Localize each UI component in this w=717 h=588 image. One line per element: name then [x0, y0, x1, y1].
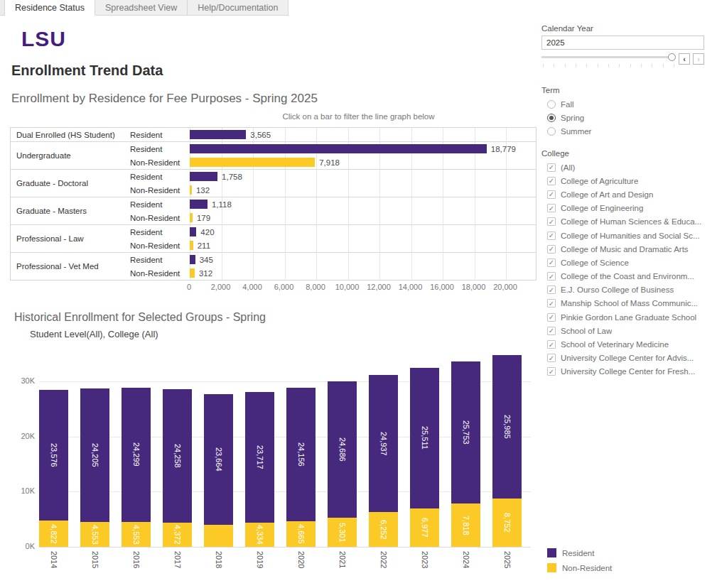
- term-option-spring[interactable]: Spring: [541, 111, 704, 124]
- college-option-college-of-engineering[interactable]: ✓College of Engineering: [541, 202, 704, 215]
- page-title: Enrollment Trend Data: [11, 62, 163, 79]
- college-option-label: University College Center for Advis...: [561, 354, 694, 362]
- slider-handle[interactable]: [668, 53, 676, 61]
- radio-button[interactable]: [547, 100, 556, 109]
- resident-segment-2014[interactable]: 23,576: [39, 390, 68, 520]
- previous-year-button[interactable]: ‹: [679, 53, 690, 65]
- checkbox[interactable]: ✓: [547, 258, 556, 267]
- non-resident-segment-2015[interactable]: 4,553: [80, 522, 109, 547]
- non-resident-segment-2021[interactable]: 5,301: [328, 518, 357, 547]
- non-resident-segment-2025[interactable]: 8,752: [492, 499, 522, 547]
- checkbox[interactable]: ✓: [547, 190, 556, 199]
- segment-value-label: 6,977: [421, 518, 429, 538]
- non-resident-segment-2020[interactable]: 4,665: [286, 521, 316, 547]
- college-option-college-of-art-and-design[interactable]: ✓College of Art and Design: [541, 187, 704, 201]
- college-option-manship-school-of-mass-communic[interactable]: ✓Manship School of Mass Communic...: [541, 297, 704, 310]
- next-year-button[interactable]: ›: [693, 53, 704, 65]
- non-resident-segment-2016[interactable]: 4,553: [122, 522, 151, 547]
- college-option-university-college-center-for-fresh[interactable]: ✓University College Center for Fresh...: [541, 365, 704, 379]
- resident-segment-2019[interactable]: 23,717: [245, 392, 274, 523]
- college-option-college-of-science[interactable]: ✓College of Science: [541, 256, 704, 269]
- stacked-bar-2023: 25,5116,977: [410, 368, 439, 547]
- tab-help-documentation[interactable]: Help/Documentation: [188, 0, 289, 16]
- y-tick-label: 10K: [9, 486, 35, 495]
- bar-graduate-doctoral-non-resident[interactable]: [190, 185, 192, 195]
- non-resident-segment-2018[interactable]: [204, 525, 233, 547]
- resident-segment-2015[interactable]: 24,205: [80, 388, 109, 522]
- bar-professional-law-non-resident[interactable]: [190, 241, 193, 250]
- radio-button[interactable]: [547, 114, 556, 122]
- non-resident-segment-2017[interactable]: 4,372: [163, 523, 192, 547]
- x-tick-label: 18,000: [462, 283, 486, 291]
- non-resident-segment-2019[interactable]: 4,334: [245, 523, 274, 547]
- radio-button[interactable]: [547, 127, 556, 136]
- bar-professional-vet-med-non-resident[interactable]: [190, 268, 195, 278]
- college-option-e-j-ourso-college-of-business[interactable]: ✓E.J. Ourso College of Business: [541, 283, 704, 297]
- resident-segment-2017[interactable]: 24,258: [163, 389, 192, 523]
- resident-segment-2018[interactable]: 23,664: [204, 394, 233, 525]
- tab-spreadsheet-view[interactable]: Spreadsheet View: [95, 0, 188, 16]
- non-resident-segment-2024[interactable]: 7,818: [451, 503, 480, 547]
- resident-segment-2016[interactable]: 24,299: [122, 388, 151, 522]
- historical-chart-subtitle: Student Level(All), College (All): [30, 329, 158, 339]
- college-option-label: College of Art and Design: [561, 190, 653, 199]
- resident-segment-2022[interactable]: 24,937: [369, 375, 398, 513]
- checkbox[interactable]: ✓: [547, 245, 556, 254]
- checkbox[interactable]: ✓: [547, 204, 556, 212]
- college-option-all[interactable]: ✓(All): [541, 160, 704, 174]
- college-option-college-of-agriculture[interactable]: ✓College of Agriculture: [541, 174, 704, 187]
- college-option-college-of-humanities-and-social-sc[interactable]: ✓College of Humanities and Social Sc...: [541, 229, 704, 242]
- legend-item-non-resident[interactable]: Non-Resident: [547, 560, 704, 575]
- term-option-fall[interactable]: Fall: [541, 97, 704, 111]
- checkbox[interactable]: ✓: [547, 367, 556, 376]
- bar-undergraduate-resident[interactable]: [190, 144, 487, 153]
- bar-value-label: 3,565: [250, 131, 271, 139]
- slider-tick-marks: [541, 64, 676, 67]
- bar-graduate-masters-non-resident[interactable]: [190, 213, 193, 222]
- checkbox[interactable]: ✓: [547, 232, 556, 240]
- bar-professional-vet-med-resident[interactable]: [190, 255, 195, 264]
- checkbox[interactable]: ✓: [547, 340, 556, 349]
- bar-graduate-masters-resident[interactable]: [190, 200, 207, 209]
- term-option-summer[interactable]: Summer: [541, 124, 704, 138]
- college-option-school-of-law[interactable]: ✓School of Law: [541, 324, 704, 337]
- segment-value-label: 24,937: [379, 432, 388, 456]
- legend-item-resident[interactable]: Resident: [547, 545, 704, 560]
- calendar-year-input[interactable]: [541, 36, 704, 50]
- segment-value-label: 4,822: [50, 524, 58, 544]
- checkbox[interactable]: ✓: [547, 163, 556, 172]
- bar-dual-enrolled-hs-student-resident[interactable]: [190, 130, 246, 139]
- stacked-bar-2016: 24,2994,553: [122, 388, 151, 547]
- category-rows: Resident345Non-Resident312: [130, 253, 536, 280]
- bar-value-label: 1,758: [222, 173, 242, 181]
- stacked-bar-2022: 24,9376,252: [369, 375, 398, 547]
- checkbox[interactable]: ✓: [547, 313, 556, 322]
- resident-segment-2025[interactable]: 25,985: [492, 355, 522, 499]
- bar-graduate-doctoral-resident[interactable]: [190, 172, 217, 181]
- checkbox[interactable]: ✓: [547, 299, 556, 307]
- checkbox[interactable]: ✓: [547, 177, 556, 185]
- non-resident-segment-2023[interactable]: 6,977: [410, 508, 439, 547]
- term-option-label: Fall: [561, 100, 574, 109]
- checkbox[interactable]: ✓: [547, 354, 556, 362]
- resident-segment-2023[interactable]: 25,511: [410, 368, 439, 508]
- college-option-university-college-center-for-advis[interactable]: ✓University College Center for Advis...: [541, 352, 704, 365]
- college-option-college-of-human-sciences-educa[interactable]: ✓College of Human Sciences & Educa...: [541, 215, 704, 229]
- checkbox[interactable]: ✓: [547, 272, 556, 281]
- bar-professional-law-resident[interactable]: [190, 227, 196, 236]
- college-option-school-of-veterinary-medicine[interactable]: ✓School of Veterinary Medicine: [541, 337, 704, 351]
- college-option-college-of-the-coast-and-environm[interactable]: ✓College of the Coast and Environm...: [541, 270, 704, 283]
- bar-undergraduate-non-resident[interactable]: [190, 158, 315, 167]
- resident-segment-2021[interactable]: 24,686: [328, 381, 357, 518]
- resident-segment-2024[interactable]: 25,753: [451, 361, 480, 503]
- college-option-college-of-music-and-dramatic-arts[interactable]: ✓College of Music and Dramatic Arts: [541, 242, 704, 256]
- non-resident-segment-2014[interactable]: 4,822: [39, 521, 68, 547]
- non-resident-segment-2022[interactable]: 6,252: [369, 512, 398, 547]
- tab-residence-status[interactable]: Residence Status: [5, 0, 95, 16]
- slider-track[interactable]: [541, 56, 672, 58]
- checkbox[interactable]: ✓: [547, 217, 556, 226]
- resident-segment-2020[interactable]: 24,156: [286, 388, 316, 521]
- checkbox[interactable]: ✓: [547, 285, 556, 294]
- checkbox[interactable]: ✓: [547, 327, 556, 335]
- college-option-pinkie-gordon-lane-graduate-school[interactable]: ✓Pinkie Gordon Lane Graduate School: [541, 310, 704, 324]
